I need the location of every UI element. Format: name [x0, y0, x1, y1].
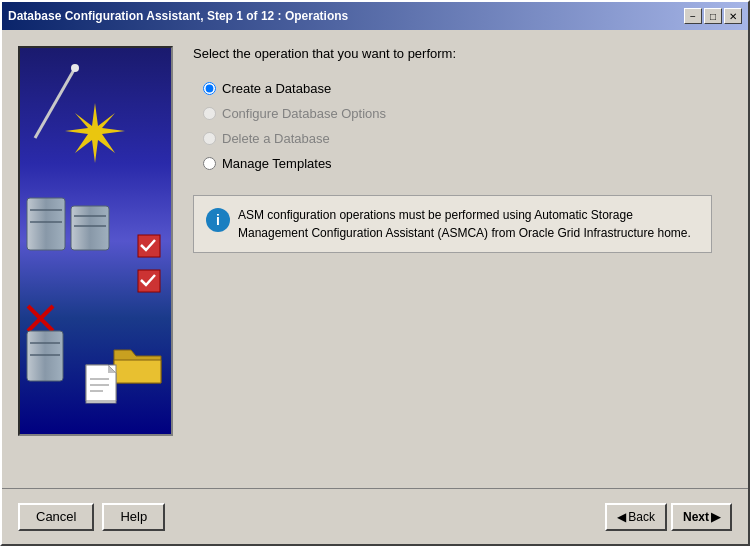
radio-group: Create a Database Configure Database Opt…	[203, 81, 712, 171]
label-create: Create a Database	[222, 81, 331, 96]
minimize-button[interactable]: −	[684, 8, 702, 24]
right-panel: Select the operation that you want to pe…	[173, 46, 732, 472]
svg-rect-6	[71, 206, 109, 250]
radio-configure[interactable]	[203, 107, 216, 120]
title-bar: Database Configuration Assistant, Step 1…	[2, 2, 748, 30]
option-configure[interactable]: Configure Database Options	[203, 106, 712, 121]
option-delete[interactable]: Delete a Database	[203, 131, 712, 146]
label-manage: Manage Templates	[222, 156, 332, 171]
svg-marker-2	[65, 103, 125, 163]
radio-manage[interactable]	[203, 157, 216, 170]
bottom-bar: Cancel Help ◀ Back Next ▶	[2, 488, 748, 544]
next-label: Next	[683, 510, 709, 524]
back-chevron-icon: ◀	[617, 510, 626, 524]
label-configure: Configure Database Options	[222, 106, 386, 121]
info-icon: i	[206, 208, 230, 232]
bottom-left-buttons: Cancel Help	[18, 503, 165, 531]
left-illustration-panel	[18, 46, 173, 436]
option-create[interactable]: Create a Database	[203, 81, 712, 96]
info-text: ASM configuration operations must be per…	[238, 206, 699, 242]
document-icon	[81, 363, 126, 413]
svg-rect-3	[27, 198, 65, 250]
back-button[interactable]: ◀ Back	[605, 503, 667, 531]
maximize-button[interactable]: □	[704, 8, 722, 24]
svg-point-1	[71, 64, 79, 72]
checkmark-icon-2	[136, 268, 166, 303]
bottom-right-buttons: ◀ Back Next ▶	[605, 503, 732, 531]
main-area: Select the operation that you want to pe…	[2, 30, 748, 488]
next-button[interactable]: Next ▶	[671, 503, 732, 531]
barrel-group-1	[25, 188, 125, 258]
window-title: Database Configuration Assistant, Step 1…	[8, 9, 348, 23]
cancel-button[interactable]: Cancel	[18, 503, 94, 531]
next-chevron-icon: ▶	[711, 510, 720, 524]
radio-delete[interactable]	[203, 132, 216, 145]
info-box: i ASM configuration operations must be p…	[193, 195, 712, 253]
help-button[interactable]: Help	[102, 503, 165, 531]
radio-create[interactable]	[203, 82, 216, 95]
instruction-text: Select the operation that you want to pe…	[193, 46, 712, 61]
main-window: Database Configuration Assistant, Step 1…	[0, 0, 750, 546]
label-delete: Delete a Database	[222, 131, 330, 146]
star-illustration	[60, 98, 130, 168]
svg-rect-13	[27, 331, 63, 381]
option-manage[interactable]: Manage Templates	[203, 156, 712, 171]
checkmark-icon-1	[136, 233, 166, 268]
back-label: Back	[628, 510, 655, 524]
close-button[interactable]: ✕	[724, 8, 742, 24]
title-bar-buttons: − □ ✕	[684, 8, 742, 24]
window-content: Select the operation that you want to pe…	[2, 30, 748, 544]
